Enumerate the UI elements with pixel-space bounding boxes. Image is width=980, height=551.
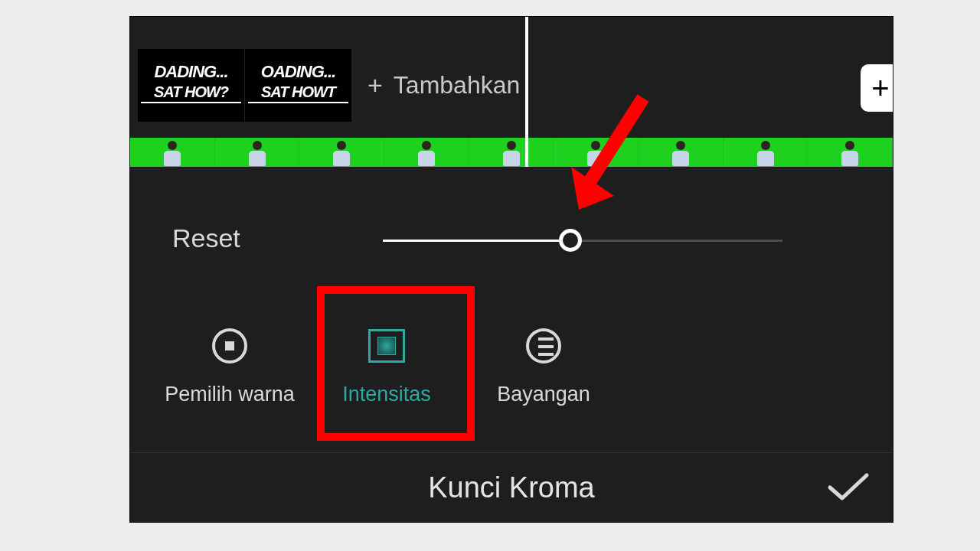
tool-color-picker[interactable]: Pemilih warna: [153, 297, 306, 442]
add-button-right[interactable]: +: [861, 64, 893, 112]
editor-panel: Reset Pemilih warna Intensitas Bayangan …: [130, 167, 893, 522]
plus-icon: +: [368, 70, 383, 100]
playhead[interactable]: [525, 17, 528, 168]
timeline-top-row: DADING... SAT HOW? OADING... SAT HOWT + …: [130, 17, 893, 135]
app-frame: DADING... SAT HOW? OADING... SAT HOWT + …: [130, 17, 893, 522]
clip-thumb-2[interactable]: OADING... SAT HOWT: [245, 49, 352, 122]
intensity-icon: [368, 329, 405, 363]
add-clip-label: Tambahkan: [394, 71, 520, 99]
intensity-slider[interactable]: [383, 240, 782, 242]
color-picker-icon: [212, 328, 247, 364]
clip-thumb-1[interactable]: DADING... SAT HOW?: [138, 49, 245, 122]
add-clip-button[interactable]: + Tambahkan: [368, 70, 520, 100]
clip-thumbnails[interactable]: DADING... SAT HOW? OADING... SAT HOWT: [138, 49, 352, 122]
tool-row: Pemilih warna Intensitas Bayangan: [130, 297, 893, 442]
bottom-bar: Kunci Kroma: [130, 452, 893, 522]
tool-intensity[interactable]: Intensitas: [306, 297, 467, 442]
reset-button[interactable]: Reset: [172, 223, 240, 253]
timeline-track[interactable]: [130, 138, 893, 167]
slider-knob[interactable]: [559, 229, 582, 252]
tool-shadow[interactable]: Bayangan: [467, 297, 620, 442]
panel-title: Kunci Kroma: [428, 471, 595, 504]
shadow-icon: [526, 328, 561, 364]
confirm-button[interactable]: [827, 472, 870, 503]
